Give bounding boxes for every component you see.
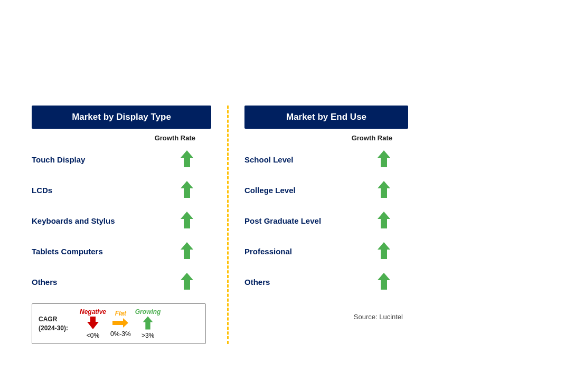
svg-marker-8: [378, 150, 390, 167]
right-item-1-label: School Level: [244, 155, 294, 164]
right-item-2-arrow: [376, 180, 392, 200]
legend-flat-arrow: [111, 317, 129, 330]
svg-marker-6: [112, 318, 128, 328]
left-item-3-label: Keyboards and Stylus: [32, 216, 115, 225]
left-row-2: LCDs: [32, 175, 211, 205]
right-item-5-label: Others: [244, 278, 270, 286]
left-item-2-label: LCDs: [32, 186, 52, 195]
left-item-3-arrow: [180, 211, 195, 231]
right-row-1: School Level: [244, 144, 408, 175]
svg-marker-1: [181, 181, 193, 198]
legend-negative-arrow: [87, 315, 99, 332]
left-row-5: Others: [32, 266, 211, 297]
left-item-4-arrow: [180, 241, 195, 261]
right-item-3-arrow: [376, 211, 392, 231]
source-label: Source: Lucintel: [244, 297, 408, 321]
right-row-4: Professional: [244, 236, 408, 266]
right-row-5: Others: [244, 266, 408, 297]
right-item-3-label: Post Graduate Level: [244, 216, 321, 225]
left-item-5-arrow: [180, 272, 195, 292]
left-growth-rate-label: Growth Rate: [32, 129, 211, 144]
right-row-3: Post Graduate Level: [244, 205, 408, 236]
legend-growing: Growing >3%: [135, 308, 161, 339]
right-item-2-label: College Level: [244, 186, 296, 195]
svg-marker-12: [378, 273, 390, 290]
legend-growing-label: Growing: [135, 308, 161, 315]
right-row-2: College Level: [244, 175, 408, 205]
svg-marker-4: [181, 273, 193, 290]
legend-flat-label: Flat: [115, 310, 126, 317]
legend-negative-range: <0%: [87, 332, 99, 339]
svg-marker-7: [143, 317, 153, 330]
left-panel-title: Market by Display Type: [32, 106, 211, 129]
svg-marker-2: [181, 212, 193, 228]
right-item-1-arrow: [376, 149, 392, 169]
legend-negative: Negative <0%: [80, 308, 106, 339]
left-item-2-arrow: [180, 180, 195, 200]
legend-flat-range: 0%-3%: [110, 330, 131, 338]
legend-cagr-label: CAGR(2024-30):: [39, 315, 76, 333]
svg-marker-3: [181, 242, 193, 259]
left-row-1: Touch Display: [32, 144, 211, 175]
right-growth-rate-label: Growth Rate: [244, 129, 408, 144]
left-item-1-label: Touch Display: [32, 155, 85, 164]
svg-marker-9: [378, 181, 390, 198]
legend-growing-arrow: [142, 315, 154, 332]
dashed-separator: [227, 106, 229, 344]
right-item-5-arrow: [376, 272, 392, 292]
legend-growing-range: >3%: [142, 332, 154, 339]
left-item-5-label: Others: [32, 278, 57, 286]
right-panel-title: Market by End Use: [244, 106, 408, 129]
left-panel: Market by Display Type Growth Rate Touch…: [32, 106, 211, 344]
svg-marker-5: [87, 317, 99, 329]
right-panel: Market by End Use Growth Rate School Lev…: [244, 106, 408, 344]
legend-flat: Flat 0%-3%: [110, 310, 131, 338]
right-item-4-label: Professional: [244, 247, 292, 256]
left-item-4-label: Tablets Computers: [32, 247, 103, 256]
legend-box: CAGR(2024-30): Negative <0% Flat 0%-3%: [32, 303, 206, 344]
svg-marker-10: [378, 212, 390, 228]
left-item-1-arrow: [180, 149, 195, 169]
left-row-3: Keyboards and Stylus: [32, 205, 211, 236]
svg-marker-11: [378, 242, 390, 259]
left-row-4: Tablets Computers: [32, 236, 211, 266]
svg-marker-0: [181, 150, 193, 167]
right-item-4-arrow: [376, 241, 392, 261]
legend-negative-label: Negative: [80, 308, 106, 315]
